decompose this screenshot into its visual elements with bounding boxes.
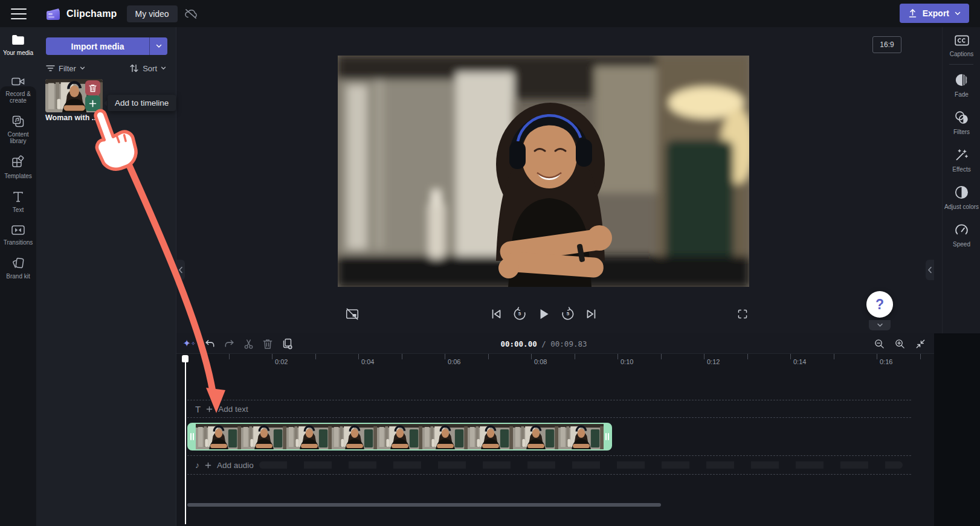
add-to-timeline-button[interactable] [85,95,100,111]
ruler-tick [272,354,272,359]
captions-icon [954,34,970,47]
right-rail: Captions Fade Filters [942,27,980,333]
export-chevron-down-icon [955,11,961,16]
sidebar-item-record-create[interactable]: Record & create [0,69,36,109]
timeline-scrollbar[interactable] [187,503,661,507]
sort-arrows-icon [129,64,139,72]
ruler-tick [834,354,834,359]
export-label: Export [923,8,949,18]
ruler-tick [747,354,748,359]
tab-speed[interactable]: Speed [943,216,980,253]
chevron-down-icon [80,66,85,70]
collapse-right-panel-handle[interactable] [926,260,934,280]
plus-icon [89,100,97,107]
playhead-handle[interactable] [182,355,189,362]
clip-thumbnail [377,424,422,449]
tab-adjust-colors[interactable]: Adjust colors [943,178,980,216]
tab-fade[interactable]: Fade [943,66,980,103]
video-frame-image [338,56,749,287]
add-audio-label: Add audio [217,461,254,470]
export-upload-icon [908,8,917,18]
clip-thumbnail [468,424,513,449]
sidebar-item-label: Transitions [4,239,33,246]
sidebar-item-content-library[interactable]: Content library [0,109,36,149]
plus-icon [206,406,213,412]
brand-kit-icon [11,257,25,270]
filter-sort-row: Filter Sort [46,62,166,74]
ruler-tick [617,354,618,359]
help-button[interactable]: ? [866,291,893,318]
undo-button[interactable] [203,337,216,350]
audio-track[interactable]: ♪ Add audio [187,455,911,475]
text-icon [11,190,25,204]
sidebar-item-transitions[interactable]: Transitions [0,218,36,251]
adjust-colors-icon [954,185,969,200]
aspect-ratio-badge[interactable]: 16:9 [872,36,901,53]
filter-button[interactable]: Filter [46,64,85,73]
picture-in-picture-off-icon[interactable] [345,307,359,321]
play-button[interactable] [536,306,552,322]
playhead-line [185,362,186,524]
ai-sparkle-icon[interactable]: ✦✧ [182,337,196,350]
ruler-tick [920,354,921,359]
ruler-tick [575,354,575,359]
ruler-label: 0:06 [448,358,460,365]
sidebar-item-brand-kit[interactable]: Brand kit [0,251,36,284]
split-scissors-button[interactable] [242,337,255,350]
tab-filters[interactable]: Filters [943,103,980,141]
rail-item-label: Captions [950,51,973,57]
ruler-tick [704,354,704,359]
clip-thumbnail [513,424,558,449]
menu-icon[interactable] [11,8,27,19]
project-title[interactable]: My video [127,5,178,22]
sidebar-item-templates[interactable]: Templates [0,149,36,184]
rewind-5s-button[interactable]: 5 [512,307,527,321]
tab-effects[interactable]: Effects [943,141,980,178]
video-clip[interactable] [187,423,612,451]
fade-icon [954,72,969,88]
tab-captions[interactable]: Captions [943,27,980,63]
clip-thumbnail [332,424,377,449]
ruler-label: 0:12 [707,358,720,365]
trash-icon [89,84,97,92]
duplicate-button[interactable] [280,337,294,350]
sort-label: Sort [143,64,157,73]
clip-trim-handle-left[interactable] [189,424,196,449]
timeline-toolbar: ✦✧ [176,333,934,354]
rail-item-label: Adjust colors [944,204,979,210]
text-track[interactable]: T Add text [187,400,911,418]
timeline-right-gutter [934,333,980,526]
filter-icon [46,65,55,72]
ruler-label: 0:14 [793,358,806,365]
zoom-to-fit-button[interactable] [914,337,927,350]
chevron-left-icon [927,266,932,274]
sidebar-item-text[interactable]: Text [0,184,36,218]
export-button[interactable]: Export [900,4,969,23]
redo-button[interactable] [222,337,236,350]
ruler-tick [445,354,445,359]
sort-button[interactable]: Sort [129,64,166,73]
text-track-icon: T [195,404,201,414]
collapse-left-panel-handle[interactable] [176,260,185,280]
skip-to-start-button[interactable] [489,307,503,321]
zoom-in-button[interactable] [893,337,906,350]
import-media-label: Import media [46,42,149,51]
skip-to-end-button[interactable] [584,307,599,321]
delete-button[interactable] [261,337,274,350]
forward-5s-button[interactable]: 5 [561,307,575,321]
import-media-dropdown[interactable] [149,37,167,55]
video-preview[interactable] [338,56,749,287]
import-media-button[interactable]: Import media [46,37,167,55]
help-collapse-tab[interactable] [869,320,891,330]
delete-media-button[interactable] [85,80,100,95]
fullscreen-icon[interactable] [735,307,750,321]
sidebar-item-your-media[interactable]: Your media [0,27,36,61]
media-panel: Import media Filter Sort [36,27,176,526]
brand-name: Clipchamp [66,8,117,19]
zoom-out-button[interactable] [872,337,886,350]
timeline-ruler[interactable]: 0:020:040:060:080:100:120:140:16 [176,354,934,370]
transport-controls: 5 5 [489,306,599,322]
library-icon [11,115,25,128]
clip-trim-handle-right[interactable] [604,424,611,449]
ruler-tick [488,354,489,359]
